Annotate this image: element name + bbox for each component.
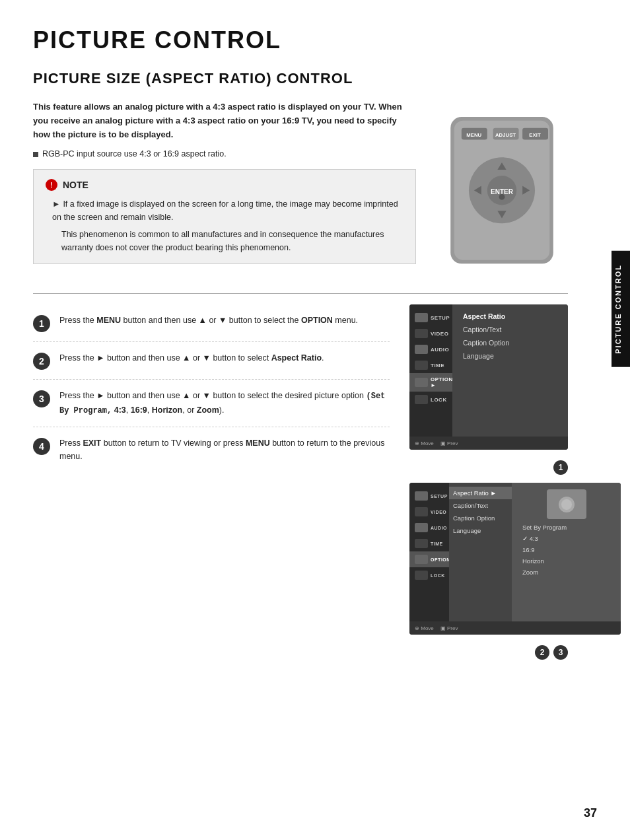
menu-content-1: Aspect Ratio Caption/Text Caption Option… [452,304,568,437]
thumbnail [547,489,586,519]
step-4-text: Press EXIT button to return to TV viewin… [59,437,390,463]
badge-3: 3 [553,645,568,660]
audio2-icon [415,523,428,532]
step-2: 2 Press the ► button and then use ▲ or ▼… [33,342,390,380]
badge-2: 2 [535,645,549,660]
menu-sidebar-1: SETUP VIDEO AUDIO TIME [409,304,452,437]
step-1-text: Press the MENU button and then use ▲ or … [59,314,358,327]
mid-aspect-ratio: Aspect Ratio ► [449,487,512,499]
sidebar2-setup: SETUP [409,488,449,504]
menu-bottom-bar-1: ⊕ Move ▣ Prev [409,437,568,450]
option-icon [415,378,428,387]
video-icon [415,329,428,338]
screenshots-area: SETUP VIDEO AUDIO TIME [409,304,568,660]
steps-list: 1 Press the MENU button and then use ▲ o… [33,304,390,660]
sidebar2-time: TIME [409,536,449,551]
step-4: 4 Press EXIT button to return to TV view… [33,427,390,472]
screenshot-2-wrapper: SETUP VIDEO AUDIO [409,483,568,660]
step-3-text: Press the ► button and then use ▲ or ▼ b… [59,389,390,417]
sidebar2-video: VIDEO [409,504,449,520]
note-icon: ! [46,179,57,191]
menu-caption-option: Caption Option [459,336,561,349]
page-number: 37 [584,806,597,820]
mid-caption-text: Caption/Text [449,499,512,512]
sidebar-video: VIDEO [409,326,452,341]
menu-bottom-bar-2: ⊕ Move ▣ Prev [409,621,621,635]
menu-caption-text: Caption/Text [459,323,561,336]
sidebar-setup: SETUP [409,310,452,326]
intro-area: This feature allows an analog picture wi… [33,100,416,280]
note-line1: If a fixed image is displayed on the scr… [52,199,398,222]
menu-sidebar-2: SETUP VIDEO AUDIO [409,483,449,621]
sidebar2-option: OPTION [409,551,449,567]
remote-svg: MENU ADJUST EXIT ENTER [436,100,568,280]
sub-4-3: 4:3 [517,533,615,544]
svg-point-15 [499,194,505,200]
intro-text: This feature allows an analog picture wi… [33,100,416,141]
menu-sub-panel: Set By Program 4:3 16:9 Horizon Zoom [512,483,621,621]
step-4-number: 4 [33,438,50,455]
badge-row-1: 1 [409,460,568,475]
setup-icon [415,313,428,322]
bullet-text: RGB-PC input source use 4:3 or 16:9 aspe… [42,149,227,158]
sidebar-option: OPTION ► [409,373,452,392]
section-divider [33,293,568,294]
setup2-icon [415,491,428,501]
step-1-number: 1 [33,315,50,332]
bullet-item: RGB-PC input source use 4:3 or 16:9 aspe… [33,149,416,158]
video2-icon [415,507,428,516]
badge-row-2: 2 3 [409,645,568,660]
note-box: ! NOTE ►If a fixed image is displayed on… [33,169,416,264]
lock2-icon [415,571,428,580]
sidebar2-audio: AUDIO [409,520,449,536]
menu-screenshot-2: SETUP VIDEO AUDIO [409,483,621,635]
mid-language: Language [449,524,512,537]
time2-icon [415,539,428,548]
menu-aspect-ratio: Aspect Ratio [459,310,561,323]
sub-horizon: Horizon [517,555,615,567]
mid-caption-option: Caption Option [449,512,512,524]
move-label: ⊕ Move [415,440,434,446]
note-content: ►If a fixed image is displayed on the sc… [46,197,403,254]
audio-icon [415,345,428,354]
svg-text:EXIT: EXIT [529,132,541,138]
option2-icon [415,555,428,564]
screenshot-2-content: SETUP VIDEO AUDIO [409,483,621,621]
svg-point-18 [561,499,572,510]
sidebar-time: TIME [409,357,452,373]
svg-text:ADJUST: ADJUST [495,132,516,138]
thumbnail-svg [550,492,583,517]
step-3: 3 Press the ► button and then use ▲ or ▼… [33,380,390,427]
ok-label-2: ▣ Prev [440,625,458,631]
menu-screenshot-1: SETUP VIDEO AUDIO TIME [409,304,568,450]
sidebar2-lock: LOCK [409,567,449,583]
side-tab: PICTURE CONTROL [612,251,630,367]
move-label-2: ⊕ Move [415,625,434,631]
section-title: PICTURE SIZE (ASPECT RATIO) CONTROL [33,70,568,87]
sidebar-audio: AUDIO [409,341,452,357]
sub-set-by-program: Set By Program [517,522,615,533]
step-1: 1 Press the MENU button and then use ▲ o… [33,304,390,342]
menu-mid-panel: Aspect Ratio ► Caption/Text Caption Opti… [449,483,512,621]
svg-text:MENU: MENU [466,132,481,138]
step-2-text: Press the ► button and then use ▲ or ▼ b… [59,351,324,365]
menu-language: Language [459,349,561,363]
bullet-icon [33,152,38,157]
remote-control-image: MENU ADJUST EXIT ENTER [436,100,568,280]
time-icon [415,361,428,370]
sidebar-lock: LOCK [409,392,452,407]
note-line2: This phenomenon is common to all manufac… [61,230,384,252]
page-title: PICTURE CONTROL [33,26,568,54]
steps-section: 1 Press the MENU button and then use ▲ o… [33,304,568,660]
top-section: This feature allows an analog picture wi… [33,100,568,280]
lock-icon [415,395,428,404]
step-3-number: 3 [33,390,50,407]
note-title: NOTE [63,180,88,190]
note-header: ! NOTE [46,179,403,191]
sub-zoom: Zoom [517,567,615,578]
ok-label: ▣ Prev [440,440,458,446]
sub-16-9: 16:9 [517,544,615,555]
badge-1: 1 [553,460,568,475]
step-2-number: 2 [33,353,50,370]
